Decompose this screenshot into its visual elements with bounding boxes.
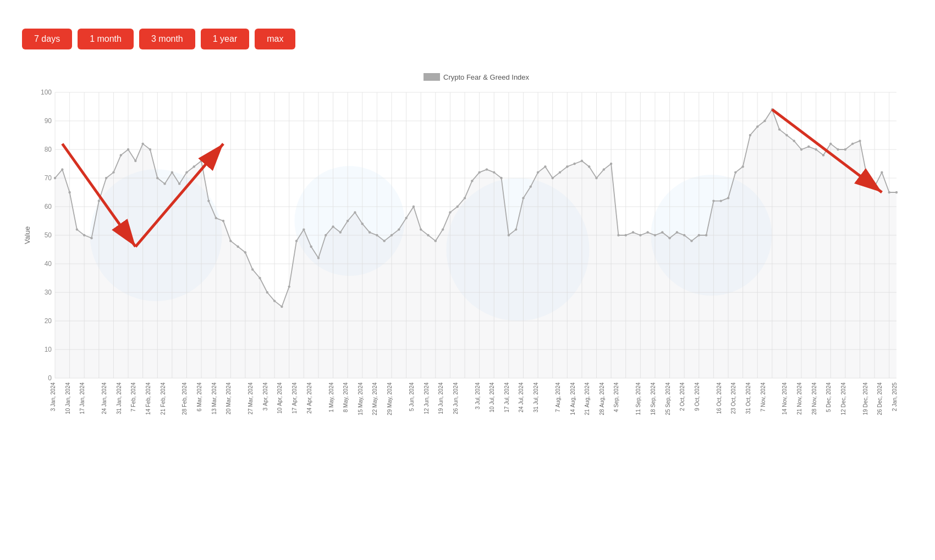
btn-7days[interactable]: 7 days bbox=[22, 29, 72, 49]
btn-max[interactable]: max bbox=[255, 29, 295, 49]
chart-container bbox=[22, 65, 913, 428]
time-range-buttons: 7 days 1 month 3 month 1 year max bbox=[22, 29, 913, 49]
fear-greed-chart bbox=[22, 65, 913, 428]
btn-1month[interactable]: 1 month bbox=[78, 29, 134, 49]
btn-1year[interactable]: 1 year bbox=[201, 29, 249, 49]
btn-3month[interactable]: 3 month bbox=[139, 29, 195, 49]
